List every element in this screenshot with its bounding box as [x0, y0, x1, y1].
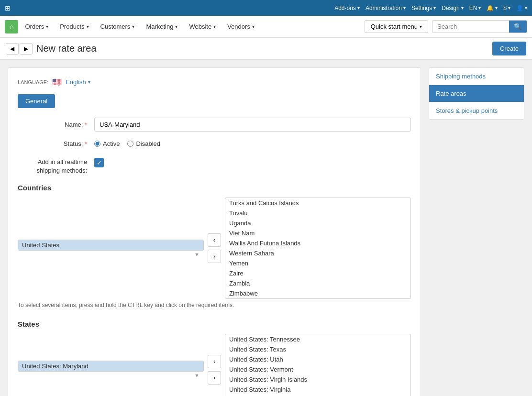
orders-menu[interactable]: Orders ▾	[20, 20, 53, 33]
design-menu[interactable]: Design ▾	[442, 5, 463, 11]
page-header: ◀ ▶ New rate area Create	[0, 38, 532, 60]
list-item[interactable]: United States: Virginia	[225, 385, 410, 395]
forward-button[interactable]: ▶	[20, 43, 33, 55]
logo-icon[interactable]: ⊞	[5, 4, 11, 12]
countries-hint: To select several items, press and hold …	[18, 302, 411, 308]
nav-arrows: ◀ ▶	[6, 43, 33, 55]
states-section: States United States: Maryland ▼ ‹ › Uni…	[18, 320, 411, 396]
states-available-list[interactable]: United States: TennesseeUnited States: T…	[225, 334, 411, 396]
countries-transfer-buttons: ‹ ›	[208, 233, 221, 263]
add-in-group: Add in all realtime shipping methods: ✓	[18, 156, 411, 175]
list-item[interactable]: Yemen	[225, 258, 410, 268]
flag-icon: 🇺🇸	[52, 77, 62, 87]
nav-right: Quick start menu ▾ 🔍	[365, 20, 527, 33]
addons-menu[interactable]: Add-ons ▾	[334, 5, 360, 11]
name-group: Name: *	[18, 118, 411, 132]
list-item[interactable]: Tuvalu	[225, 208, 410, 218]
back-button[interactable]: ◀	[6, 43, 19, 55]
states-move-left-button[interactable]: ‹	[208, 355, 221, 368]
search-input[interactable]	[432, 21, 509, 33]
notifications-icon[interactable]: 🔔 ▾	[487, 5, 498, 11]
list-item[interactable]: United States: Tennessee	[225, 334, 410, 344]
add-in-label: Add in all realtime shipping methods:	[18, 158, 94, 175]
list-item[interactable]: Western Sahara	[225, 248, 410, 258]
page-title: New rate area	[36, 43, 97, 54]
countries-available-list[interactable]: Turks and Caicos IslandsTuvaluUgandaViet…	[225, 198, 411, 299]
addons-caret: ▾	[357, 5, 360, 11]
states-title: States	[18, 320, 411, 328]
customers-menu[interactable]: Customers ▾	[96, 20, 140, 33]
countries-list-row: United States ▼ ‹ › Turks and Caicos Isl…	[18, 198, 411, 299]
add-in-checkbox[interactable]: ✓	[94, 158, 104, 167]
sidebar-item-2[interactable]: Stores & pickup points	[429, 102, 524, 119]
sidebar-item-1[interactable]: Rate areas	[429, 85, 524, 102]
list-item[interactable]: United States: Utah	[225, 354, 410, 364]
vendors-menu[interactable]: Vendors ▾	[222, 20, 259, 33]
countries-title: Countries	[18, 184, 411, 192]
top-bar: ⊞ Add-ons ▾ Administration ▾ Settings ▾ …	[0, 0, 532, 16]
list-item[interactable]: Uganda	[225, 218, 410, 228]
top-bar-left: ⊞	[5, 4, 11, 12]
sidebar: Shipping methodsRate areasStores & picku…	[429, 67, 524, 396]
countries-selected-list[interactable]: United States	[18, 240, 204, 251]
list-item[interactable]: Zimbabwe	[225, 288, 410, 298]
products-menu[interactable]: Products ▾	[55, 20, 93, 33]
create-button[interactable]: Create	[492, 42, 526, 55]
list-item[interactable]: United States: Virgin Islands	[225, 374, 410, 385]
states-list-row: United States: Maryland ▼ ‹ › United Sta…	[18, 334, 411, 396]
name-input[interactable]	[94, 118, 411, 132]
user-menu[interactable]: 👤 ▾	[516, 5, 527, 11]
states-move-right-button[interactable]: ›	[208, 371, 221, 385]
search-box: 🔍	[432, 20, 527, 33]
states-transfer-buttons: ‹ ›	[208, 355, 221, 385]
states-selected-list[interactable]: United States: Maryland	[18, 361, 204, 372]
sidebar-item-0[interactable]: Shipping methods	[429, 68, 524, 85]
list-item[interactable]: United States	[18, 240, 203, 250]
design-caret: ▾	[461, 5, 464, 11]
settings-caret: ▾	[433, 5, 436, 11]
search-button[interactable]: 🔍	[509, 21, 527, 33]
settings-menu[interactable]: Settings ▾	[411, 5, 436, 11]
list-item[interactable]: United States: Maryland	[18, 361, 203, 371]
main-layout: LANGUAGE: 🇺🇸 English ▾ General Name: * S…	[0, 60, 532, 396]
status-disabled-option[interactable]: Disabled	[127, 140, 160, 147]
list-item[interactable]: Zambia	[225, 278, 410, 288]
status-disabled-radio[interactable]	[127, 141, 133, 147]
top-bar-right: Add-ons ▾ Administration ▾ Settings ▾ De…	[334, 5, 527, 11]
currency-menu[interactable]: $ ▾	[503, 5, 510, 11]
status-group: Status: * Active Disabled	[18, 140, 411, 147]
list-item[interactable]: Viet Nam	[225, 228, 410, 238]
home-button[interactable]: ⌂	[5, 20, 18, 33]
language-label: LANGUAGE:	[18, 79, 48, 85]
required-indicator: *	[85, 121, 87, 128]
quick-start-button[interactable]: Quick start menu ▾	[365, 20, 428, 33]
countries-section: Countries United States ▼ ‹ › Turks and …	[18, 184, 411, 308]
list-item[interactable]: United States: Texas	[225, 344, 410, 354]
status-label: Status: *	[18, 140, 94, 147]
website-menu[interactable]: Website ▾	[184, 20, 221, 33]
list-item[interactable]: Turks and Caicos Islands	[225, 198, 410, 208]
content-area: LANGUAGE: 🇺🇸 English ▾ General Name: * S…	[8, 67, 421, 396]
name-label: Name: *	[18, 121, 94, 128]
sidebar-nav: Shipping methodsRate areasStores & picku…	[429, 67, 524, 120]
administration-menu[interactable]: Administration ▾	[366, 5, 406, 11]
language-menu[interactable]: EN ▾	[469, 5, 481, 11]
tab-bar: General	[18, 94, 411, 108]
countries-move-right-button[interactable]: ›	[208, 250, 221, 263]
status-active-option[interactable]: Active	[94, 140, 120, 147]
countries-move-left-button[interactable]: ‹	[208, 233, 221, 247]
marketing-menu[interactable]: Marketing ▾	[141, 20, 182, 33]
list-item[interactable]: United States: Vermont	[225, 364, 410, 374]
list-item[interactable]: Zaire	[225, 268, 410, 278]
general-tab[interactable]: General	[18, 94, 55, 108]
admin-caret: ▾	[403, 5, 406, 11]
nav-bar: ⌂ Orders ▾ Products ▾ Customers ▾ Market…	[0, 16, 532, 38]
status-radio-group: Active Disabled	[94, 140, 160, 147]
status-active-radio[interactable]	[94, 141, 100, 147]
language-row: LANGUAGE: 🇺🇸 English ▾	[18, 77, 411, 87]
list-item[interactable]: Wallis And Futuna Islands	[225, 238, 410, 248]
language-selector[interactable]: English ▾	[66, 78, 90, 86]
